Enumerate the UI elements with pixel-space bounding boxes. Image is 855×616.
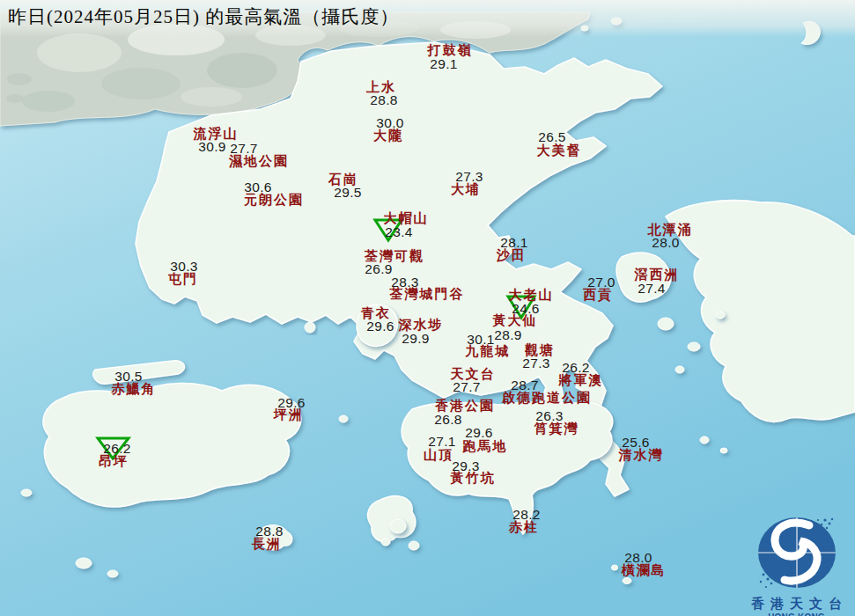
station-value: 29.6 (277, 396, 305, 410)
hko-logo-emblem (753, 513, 841, 594)
station-name: 橫瀾島 (622, 563, 667, 577)
station-value: 26.5 (538, 130, 565, 144)
station-value: 26.8 (434, 413, 461, 427)
station-name: 濕地公園 (229, 154, 289, 168)
station-value: 26.2 (103, 442, 130, 456)
station-name: 滘西洲 (635, 268, 680, 282)
station-name: 大隴 (373, 128, 403, 143)
station-name: 大帽山 (384, 211, 429, 225)
station-name: 元朗公園 (244, 193, 304, 207)
station-name: 香港公園 (435, 399, 495, 413)
station-name: 深水埗 (399, 318, 444, 332)
station-name: 大埔 (451, 182, 481, 196)
station-name: 長洲 (252, 537, 282, 551)
station-value: 29.3 (452, 459, 479, 473)
station-value: 26.2 (562, 361, 589, 375)
station-value: 30.6 (244, 180, 271, 194)
station-value: 28.9 (494, 328, 521, 342)
station-name: 大老山 (509, 288, 554, 302)
station-value: 28.7 (511, 378, 538, 392)
station-value: 30.3 (170, 260, 197, 274)
station-value: 29.5 (334, 186, 361, 200)
station-name: 黃大仙 (493, 313, 538, 327)
station-value: 30.9 (198, 140, 225, 154)
station-value: 27.4 (638, 282, 665, 296)
station-value: 26.3 (535, 409, 563, 423)
station-value: 28.8 (370, 93, 397, 107)
station-value: 29.6 (465, 426, 492, 440)
station-value: 28.1 (500, 236, 527, 250)
station-name: 跑馬地 (463, 439, 508, 453)
station-name: 打鼓嶺 (428, 43, 473, 57)
station-name: 西貢 (583, 288, 613, 302)
station-value: 29.6 (366, 319, 394, 334)
station-value: 27.1 (428, 435, 455, 449)
station-value: 30.1 (467, 333, 494, 347)
station-value: 28.0 (624, 551, 652, 565)
station-name: 大美督 (537, 143, 582, 158)
station-name: 筲箕灣 (534, 422, 579, 436)
station-name: 屯門 (168, 272, 198, 286)
station-name: 將軍澳 (559, 373, 604, 387)
hko-max-temperature-map: { "title": "昨日(2024年05月25日) 的最高氣溫（攝氏度）",… (0, 0, 855, 616)
station-value: 29.1 (430, 57, 457, 71)
station-value: 27.7 (230, 142, 257, 156)
station-name: 清水灣 (619, 448, 664, 462)
station-value: 30.0 (376, 116, 403, 130)
station-value: 28.3 (391, 275, 418, 290)
station-name: 啟德跑道公園 (502, 391, 592, 405)
station-value: 29.9 (402, 332, 429, 346)
station-value: 27.7 (453, 380, 480, 394)
station-value: 28.0 (652, 236, 679, 250)
station-label-layer: 打鼓嶺 29.1 上水 28.8 大隴 30.0 流浮山 30.9 濕地公園 2… (0, 0, 855, 616)
page-title: 昨日(2024年05月25日) 的最高氣溫（攝氏度） (8, 4, 399, 29)
station-name: 昂坪 (99, 454, 129, 468)
station-value: 28.2 (512, 508, 540, 522)
station-value: 28.8 (255, 524, 283, 539)
station-value: 27.3 (522, 356, 549, 370)
hko-logo: 香港天文台 HONG KONG OBSERVATORY (738, 513, 855, 616)
station-name: 赤柱 (509, 520, 539, 534)
station-name: 赤鱲角 (112, 382, 157, 396)
station-value: 25.6 (622, 436, 649, 450)
station-value: 27.3 (455, 170, 483, 184)
station-name: 山頂 (424, 448, 453, 462)
station-value: 30.5 (114, 370, 142, 384)
station-value: 27.0 (587, 275, 615, 290)
hko-logo-english-name: HONG KONG OBSERVATORY (738, 612, 855, 616)
station-value: 23.4 (385, 225, 412, 239)
hko-logo-chinese-name: 香港天文台 (738, 596, 855, 612)
station-value: 26.9 (365, 262, 392, 276)
station-name: 沙田 (497, 248, 527, 262)
